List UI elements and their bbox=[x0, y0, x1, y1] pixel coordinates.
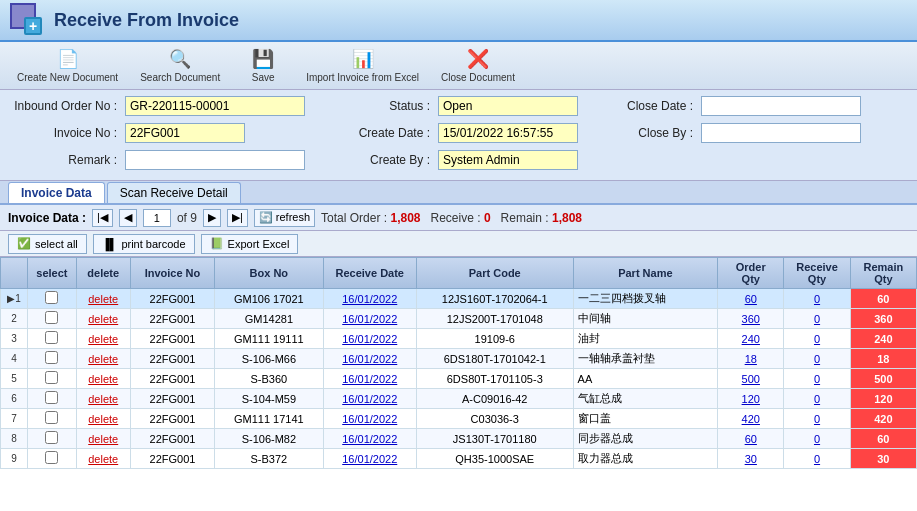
remark-input[interactable] bbox=[125, 150, 305, 170]
row-delete[interactable]: delete bbox=[76, 429, 130, 449]
next-page-button[interactable]: ▶ bbox=[203, 209, 221, 227]
row-delete[interactable]: delete bbox=[76, 449, 130, 469]
print-barcode-button[interactable]: ▐▌ print barcode bbox=[93, 234, 195, 254]
tab-scan-receive-detail[interactable]: Scan Receive Detail bbox=[107, 182, 241, 203]
row-delete[interactable]: delete bbox=[76, 409, 130, 429]
row-receive-date[interactable]: 16/01/2022 bbox=[323, 309, 416, 329]
tab-invoice-data[interactable]: Invoice Data bbox=[8, 182, 105, 203]
row-receive-qty[interactable]: 0 bbox=[784, 429, 850, 449]
row-receive-date[interactable]: 16/01/2022 bbox=[323, 449, 416, 469]
row-order-qty[interactable]: 60 bbox=[718, 289, 784, 309]
receive-qty-link[interactable]: 0 bbox=[814, 353, 820, 365]
delete-link[interactable]: delete bbox=[88, 353, 118, 365]
order-qty-link[interactable]: 500 bbox=[742, 373, 760, 385]
row-select[interactable] bbox=[28, 349, 76, 369]
receive-date-link[interactable]: 16/01/2022 bbox=[342, 453, 397, 465]
receive-date-link[interactable]: 16/01/2022 bbox=[342, 393, 397, 405]
export-excel-button[interactable]: 📗 Export Excel bbox=[201, 234, 299, 254]
receive-date-link[interactable]: 16/01/2022 bbox=[342, 333, 397, 345]
receive-qty-link[interactable]: 0 bbox=[814, 453, 820, 465]
row-receive-date[interactable]: 16/01/2022 bbox=[323, 369, 416, 389]
close-document-button[interactable]: ❌ Close Document bbox=[432, 44, 524, 87]
row-delete[interactable]: delete bbox=[76, 369, 130, 389]
last-page-button[interactable]: ▶| bbox=[227, 209, 248, 227]
row-select[interactable] bbox=[28, 409, 76, 429]
receive-date-link[interactable]: 16/01/2022 bbox=[342, 433, 397, 445]
search-document-button[interactable]: 🔍 Search Document bbox=[131, 44, 229, 87]
receive-date-link[interactable]: 16/01/2022 bbox=[342, 313, 397, 325]
first-page-button[interactable]: |◀ bbox=[92, 209, 113, 227]
order-qty-link[interactable]: 60 bbox=[745, 293, 757, 305]
order-qty-link[interactable]: 360 bbox=[742, 313, 760, 325]
refresh-button[interactable]: 🔄 refresh bbox=[254, 209, 315, 227]
row-select[interactable] bbox=[28, 309, 76, 329]
create-new-document-button[interactable]: 📄 Create New Document bbox=[8, 44, 127, 87]
receive-qty-link[interactable]: 0 bbox=[814, 333, 820, 345]
order-qty-link[interactable]: 30 bbox=[745, 453, 757, 465]
row-receive-qty[interactable]: 0 bbox=[784, 329, 850, 349]
row-order-qty[interactable]: 60 bbox=[718, 429, 784, 449]
select-all-button[interactable]: ✅ select all bbox=[8, 234, 87, 254]
order-qty-link[interactable]: 18 bbox=[745, 353, 757, 365]
receive-qty-link[interactable]: 0 bbox=[814, 433, 820, 445]
order-qty-link[interactable]: 420 bbox=[742, 413, 760, 425]
select-checkbox[interactable] bbox=[45, 411, 58, 424]
row-order-qty[interactable]: 120 bbox=[718, 389, 784, 409]
invoice-input[interactable] bbox=[125, 123, 245, 143]
row-receive-qty[interactable]: 0 bbox=[784, 409, 850, 429]
receive-date-link[interactable]: 16/01/2022 bbox=[342, 413, 397, 425]
row-receive-date[interactable]: 16/01/2022 bbox=[323, 389, 416, 409]
page-number-input[interactable] bbox=[143, 209, 171, 227]
order-qty-link[interactable]: 120 bbox=[742, 393, 760, 405]
row-select[interactable] bbox=[28, 389, 76, 409]
row-delete[interactable]: delete bbox=[76, 329, 130, 349]
select-checkbox[interactable] bbox=[45, 451, 58, 464]
row-receive-date[interactable]: 16/01/2022 bbox=[323, 429, 416, 449]
import-excel-button[interactable]: 📊 Import Invoice from Excel bbox=[297, 44, 428, 87]
receive-qty-link[interactable]: 0 bbox=[814, 293, 820, 305]
select-checkbox[interactable] bbox=[45, 391, 58, 404]
row-select[interactable] bbox=[28, 329, 76, 349]
row-receive-qty[interactable]: 0 bbox=[784, 309, 850, 329]
row-receive-qty[interactable]: 0 bbox=[784, 349, 850, 369]
receive-date-link[interactable]: 16/01/2022 bbox=[342, 293, 397, 305]
row-order-qty[interactable]: 420 bbox=[718, 409, 784, 429]
delete-link[interactable]: delete bbox=[88, 453, 118, 465]
row-select[interactable] bbox=[28, 429, 76, 449]
select-checkbox[interactable] bbox=[45, 431, 58, 444]
delete-link[interactable]: delete bbox=[88, 393, 118, 405]
receive-date-link[interactable]: 16/01/2022 bbox=[342, 353, 397, 365]
row-receive-date[interactable]: 16/01/2022 bbox=[323, 329, 416, 349]
delete-link[interactable]: delete bbox=[88, 373, 118, 385]
select-checkbox[interactable] bbox=[45, 311, 58, 324]
row-receive-qty[interactable]: 0 bbox=[784, 369, 850, 389]
row-order-qty[interactable]: 240 bbox=[718, 329, 784, 349]
delete-link[interactable]: delete bbox=[88, 413, 118, 425]
row-receive-qty[interactable]: 0 bbox=[784, 449, 850, 469]
select-checkbox[interactable] bbox=[45, 331, 58, 344]
receive-qty-link[interactable]: 0 bbox=[814, 313, 820, 325]
row-receive-date[interactable]: 16/01/2022 bbox=[323, 349, 416, 369]
save-button[interactable]: 💾 Save bbox=[233, 44, 293, 87]
row-delete[interactable]: delete bbox=[76, 349, 130, 369]
select-checkbox[interactable] bbox=[45, 371, 58, 384]
row-order-qty[interactable]: 18 bbox=[718, 349, 784, 369]
close-by-input[interactable] bbox=[701, 123, 861, 143]
select-checkbox[interactable] bbox=[45, 291, 58, 304]
row-delete[interactable]: delete bbox=[76, 389, 130, 409]
row-order-qty[interactable]: 360 bbox=[718, 309, 784, 329]
row-receive-date[interactable]: 16/01/2022 bbox=[323, 289, 416, 309]
delete-link[interactable]: delete bbox=[88, 333, 118, 345]
delete-link[interactable]: delete bbox=[88, 293, 118, 305]
row-receive-qty[interactable]: 0 bbox=[784, 289, 850, 309]
delete-link[interactable]: delete bbox=[88, 313, 118, 325]
row-delete[interactable]: delete bbox=[76, 309, 130, 329]
receive-date-link[interactable]: 16/01/2022 bbox=[342, 373, 397, 385]
close-date-input[interactable] bbox=[701, 96, 861, 116]
row-select[interactable] bbox=[28, 289, 76, 309]
inbound-order-input[interactable] bbox=[125, 96, 305, 116]
receive-qty-link[interactable]: 0 bbox=[814, 373, 820, 385]
row-receive-date[interactable]: 16/01/2022 bbox=[323, 409, 416, 429]
order-qty-link[interactable]: 240 bbox=[742, 333, 760, 345]
select-checkbox[interactable] bbox=[45, 351, 58, 364]
